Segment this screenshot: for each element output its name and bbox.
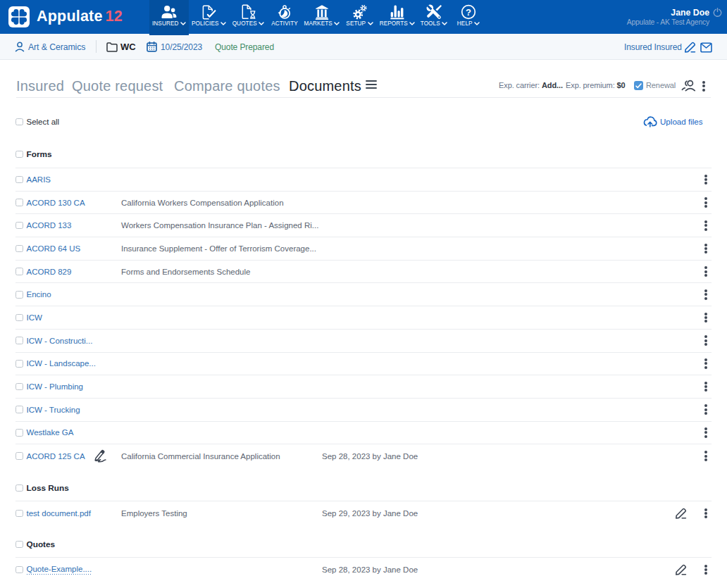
svg-text:?: ? <box>466 7 471 18</box>
